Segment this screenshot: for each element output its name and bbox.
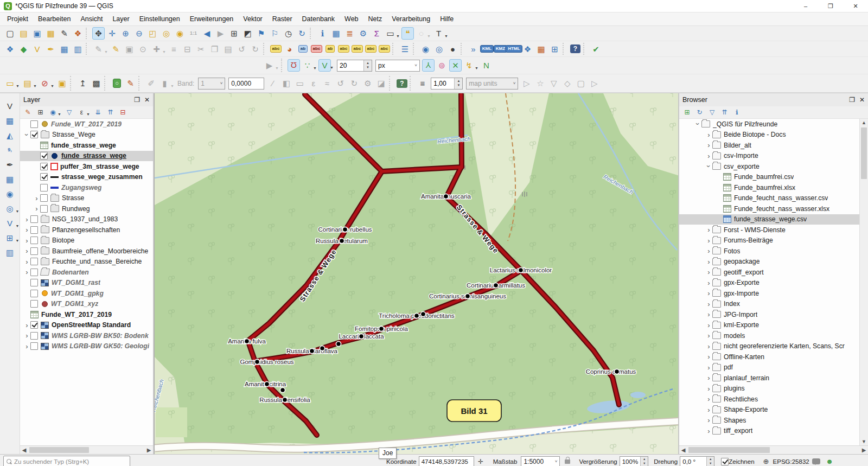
expander-icon[interactable]: ›: [705, 142, 712, 149]
temporal-controller-button[interactable]: ◷: [282, 27, 295, 40]
open-project-button[interactable]: ▤: [17, 27, 30, 40]
layer-visibility-checkbox[interactable]: [40, 205, 48, 213]
select-features-button[interactable]: ▭▼: [4, 77, 16, 90]
browser-item-row[interactable]: Funde_baumfrei.csv: [679, 172, 868, 183]
browser-item-row[interactable]: ›nicht georeferenzierte Karten, Scans, S…: [679, 341, 868, 352]
browser-item-row[interactable]: Funde_feucht_nass_wasser.csv: [679, 193, 868, 204]
add-wfs-layer-button[interactable]: V▼: [4, 217, 16, 229]
coordinate-input[interactable]: 474148,5397235: [419, 456, 474, 466]
layer-visibility-checkbox[interactable]: [40, 152, 48, 159]
snap-to-vertex-button[interactable]: V▼: [318, 59, 331, 72]
locator-search-input[interactable]: Zu suchender Typ (Strg+K): [3, 456, 130, 466]
snap-on-intersection-button[interactable]: ✕: [449, 59, 462, 72]
layer-visibility-checkbox[interactable]: [30, 321, 38, 329]
expander-icon[interactable]: ›: [705, 427, 712, 435]
labeling-single-button[interactable]: ab: [297, 43, 309, 55]
browser-item-row[interactable]: ›planlauf_terrain: [679, 373, 868, 384]
add-spatialite-layer-button[interactable]: ✒: [4, 158, 16, 171]
layer-visibility-checkbox[interactable]: [40, 173, 48, 181]
geonode-browser-button[interactable]: ◎: [433, 43, 445, 55]
snapping-mode-button[interactable]: ∵▼: [301, 59, 314, 72]
add-delimited-text-layer-button[interactable]: 9,: [4, 144, 16, 156]
scroll-right-icon[interactable]: ▶: [145, 447, 153, 453]
expander-icon[interactable]: ›: [705, 385, 712, 392]
new-project-button[interactable]: ▢: [4, 27, 16, 40]
expander-icon[interactable]: ›: [705, 332, 712, 339]
crs-status[interactable]: EPSG:25832: [773, 458, 809, 465]
html-image-export-button[interactable]: HTML: [508, 43, 520, 55]
db-manager-button[interactable]: ☰: [399, 43, 411, 55]
snapping-tolerance[interactable]: ▲▼: [337, 60, 372, 72]
refresh-map-button[interactable]: ↻: [296, 27, 308, 40]
add-postgis-layer-button[interactable]: ▦: [4, 173, 16, 186]
add-selected-layers-button[interactable]: ⊞: [682, 107, 692, 118]
layer-item-row[interactable]: WT_DGM1_rast: [20, 278, 153, 289]
expander-icon[interactable]: ›: [705, 258, 712, 265]
snapping-unit[interactable]: px˅: [375, 60, 420, 72]
maximize-button[interactable]: ❐: [818, 0, 843, 12]
add-vector-layer-button[interactable]: V: [4, 100, 16, 112]
labeling-off-button[interactable]: abc: [310, 43, 323, 55]
layer-diagram-options-button[interactable]: ◕: [283, 43, 296, 55]
add-arcgis-layer-button[interactable]: ⊞▼: [4, 232, 16, 244]
pan-to-selection-button[interactable]: ✛: [106, 27, 118, 40]
zoom-last-button[interactable]: ◀: [201, 27, 213, 40]
stroke-units[interactable]: map units˅: [466, 78, 518, 90]
new-geopackage-layer-button[interactable]: ◆: [17, 43, 30, 55]
layer-item-row[interactable]: WT_DGM1_xyz: [20, 299, 153, 310]
find-point[interactable]: [336, 341, 341, 346]
enable-tracing-button[interactable]: ↯▼: [463, 59, 475, 72]
layer-visibility-checkbox[interactable]: [40, 184, 48, 191]
browser-item-row[interactable]: ›plugins: [679, 384, 868, 394]
expand-all-button[interactable]: ⇊: [93, 107, 103, 118]
find-point[interactable]: [264, 381, 269, 386]
find-point[interactable]: [320, 346, 324, 350]
layer-item-row[interactable]: Funde_WT_2017_2019: [20, 309, 153, 320]
remove-layer-button[interactable]: ⊟: [118, 107, 128, 118]
browser-item-row[interactable]: funde_strasse_wege.csv: [679, 214, 868, 225]
new-postgis-layer-button[interactable]: ▦: [58, 43, 71, 55]
kml-import-button[interactable]: KML: [481, 43, 493, 55]
show-pinned-labels-button[interactable]: abc: [337, 43, 350, 55]
layer-visibility-checkbox[interactable]: [30, 215, 38, 223]
check-geometries-button[interactable]: ✔: [590, 43, 602, 55]
statistical-summary-button[interactable]: ≣: [343, 27, 356, 40]
add-mesh-layer-button[interactable]: ◭: [4, 129, 16, 142]
rotation-spinbox[interactable]: 0,0 ° ▲▼: [680, 456, 714, 466]
menu-item-ansicht[interactable]: Ansicht: [75, 14, 107, 24]
expander-icon[interactable]: ›: [705, 163, 712, 170]
menu-item-raster[interactable]: Raster: [267, 14, 297, 24]
expander-icon[interactable]: ›: [705, 131, 712, 138]
browser-item-row[interactable]: ›tiff_export: [679, 426, 868, 437]
expander-icon[interactable]: ›: [23, 269, 30, 276]
menu-item-projekt[interactable]: Projekt: [2, 14, 33, 24]
add-virtual-layer-button[interactable]: ▥: [4, 246, 16, 259]
browser-hscrollbar[interactable]: ◀ ▶: [679, 445, 868, 454]
expander-icon[interactable]: ›: [33, 205, 40, 212]
add-raster-layer-button[interactable]: ▦: [4, 114, 16, 127]
expander-icon[interactable]: ›: [23, 131, 30, 138]
move-label-button[interactable]: abc: [351, 43, 363, 55]
find-point[interactable]: [465, 293, 470, 298]
color-ramp-plugin-button[interactable]: ▦: [535, 43, 547, 55]
layer-visibility-checkbox[interactable]: [30, 237, 38, 244]
line-width-icon[interactable]: ≡: [416, 77, 429, 90]
layer-item-row[interactable]: ›Strasse: [20, 193, 153, 204]
browser-item-row[interactable]: Funde_feucht_nass_wasser.xlsx: [679, 203, 868, 214]
float-panel-icon[interactable]: ❐: [134, 96, 140, 104]
expander-icon[interactable]: ›: [23, 332, 30, 339]
spin-arrows-icon[interactable]: ▲▼: [454, 78, 462, 89]
layer-item-row[interactable]: ›WMS LGRB-BW BK50: Bodenk: [20, 330, 153, 341]
find-point[interactable]: [280, 387, 285, 392]
browser-item-row[interactable]: Funde_baumfrei.xlsx: [679, 182, 868, 193]
new-3d-map-view-button[interactable]: ◩: [241, 27, 254, 40]
menu-item-einstellungen[interactable]: Einstellungen: [135, 14, 185, 24]
expander-icon[interactable]: ›: [23, 343, 30, 350]
show-properties-button[interactable]: ℹ: [732, 107, 742, 118]
osm-search-binoculars-button[interactable]: ●: [446, 43, 459, 55]
identify-features-button[interactable]: ℹ: [316, 27, 329, 40]
toggle-editing-button[interactable]: ✎: [110, 43, 122, 55]
menu-item-bearbeiten[interactable]: Bearbeiten: [33, 14, 75, 24]
layer-item-row[interactable]: ›OpenStreetMap Standard: [20, 320, 153, 331]
data-source-manager-button[interactable]: ❖: [4, 43, 16, 55]
